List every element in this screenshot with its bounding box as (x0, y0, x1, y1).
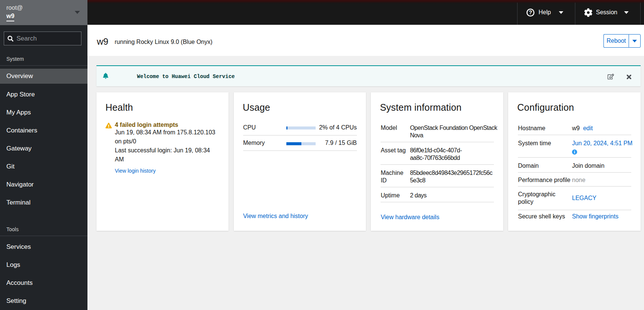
svg-text:?: ? (529, 9, 532, 15)
